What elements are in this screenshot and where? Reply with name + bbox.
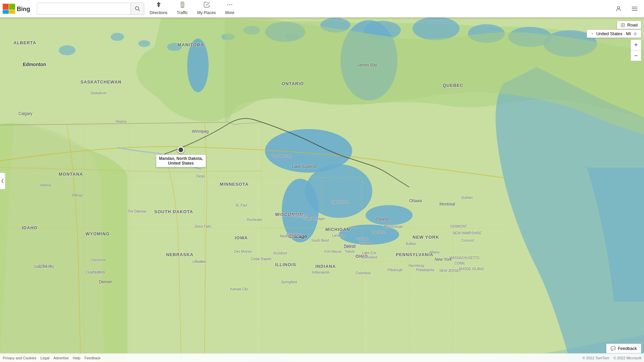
svg-point-57: [227, 4, 228, 5]
svg-point-18: [138, 40, 150, 47]
search-input[interactable]: Mandan, North Dakota, United States: [37, 6, 130, 11]
chevron-right-icon: [590, 32, 594, 36]
svg-point-60: [618, 6, 620, 9]
svg-point-54: [182, 3, 183, 4]
svg-line-52: [138, 10, 140, 11]
location-settings-icon: [633, 32, 638, 36]
feedback-icon: 💬: [610, 346, 616, 351]
menu-button[interactable]: [628, 2, 641, 15]
svg-point-16: [59, 45, 75, 55]
map-pin: Mandan, North Dakota,United States: [156, 146, 206, 167]
zoom-out-label: −: [634, 52, 638, 59]
zoom-in-button[interactable]: +: [631, 40, 641, 50]
directions-label: Directions: [150, 10, 167, 15]
breadcrumb-text: United States · MI: [596, 31, 631, 36]
user-button[interactable]: [612, 2, 625, 15]
svg-point-4: [305, 164, 372, 218]
map-type-label: Road: [627, 22, 638, 27]
tomtom-attribution: © 2022 TomTom: [582, 356, 609, 360]
map-container[interactable]: [0, 0, 644, 362]
svg-point-59: [231, 4, 232, 5]
svg-point-19: [167, 43, 182, 51]
traffic-nav[interactable]: Traffic: [173, 0, 192, 17]
directions-icon: [155, 1, 162, 10]
svg-point-6: [366, 205, 413, 225]
directions-nav[interactable]: Directions: [146, 0, 171, 17]
svg-point-58: [229, 4, 230, 5]
more-icon: [226, 1, 233, 10]
zoom-out-button[interactable]: −: [631, 50, 641, 61]
pin-label: Mandan, North Dakota,United States: [156, 155, 206, 167]
svg-rect-48: [3, 10, 9, 14]
svg-text:Bing: Bing: [17, 6, 30, 12]
legal-link[interactable]: Legal: [40, 356, 49, 360]
copyright-text: © 2022 TomTom © 2022 Microsoft: [582, 356, 641, 360]
feedback-label: Feedback: [618, 346, 637, 351]
advertise-link[interactable]: Advertise: [53, 356, 69, 360]
microsoft-copyright: © 2022 Microsoft: [613, 356, 641, 360]
svg-rect-47: [9, 4, 15, 10]
svg-point-55: [182, 4, 183, 5]
more-label: More: [225, 10, 234, 15]
zoom-in-label: +: [634, 42, 638, 49]
svg-point-56: [182, 6, 183, 7]
myplaces-label: My Places: [197, 10, 216, 15]
more-nav[interactable]: More: [221, 0, 238, 17]
svg-point-11: [413, 17, 460, 40]
sidebar-collapse-button[interactable]: [0, 173, 5, 189]
search-button[interactable]: [130, 3, 144, 14]
bottom-bar: Privacy and Cookies Legal Advertise Help…: [0, 353, 644, 362]
road-icon: [621, 23, 625, 27]
svg-rect-49: [9, 10, 15, 14]
traffic-label: Traffic: [177, 10, 188, 15]
privacy-link[interactable]: Privacy and Cookies: [3, 356, 36, 360]
traffic-icon: [179, 1, 186, 10]
myplaces-icon: [203, 1, 210, 10]
bottom-feedback-link[interactable]: Feedback: [85, 356, 101, 360]
zoom-controls: + −: [631, 40, 641, 61]
map-type-button[interactable]: Road: [617, 21, 641, 29]
svg-point-17: [111, 33, 124, 41]
help-link[interactable]: Help: [73, 356, 80, 360]
location-breadcrumb[interactable]: United States · MI: [587, 29, 641, 38]
svg-rect-46: [3, 4, 9, 10]
search-box-container: Mandan, North Dakota, United States: [37, 3, 144, 15]
svg-point-5: [339, 225, 399, 245]
bing-logo[interactable]: Bing: [3, 4, 33, 14]
myplaces-nav[interactable]: My Places: [193, 0, 220, 17]
top-bar: Bing Mandan, North Dakota, United States…: [0, 0, 644, 17]
pin-dot: [177, 146, 184, 153]
svg-point-7: [187, 39, 209, 92]
feedback-button[interactable]: 💬 Feedback: [606, 344, 641, 353]
